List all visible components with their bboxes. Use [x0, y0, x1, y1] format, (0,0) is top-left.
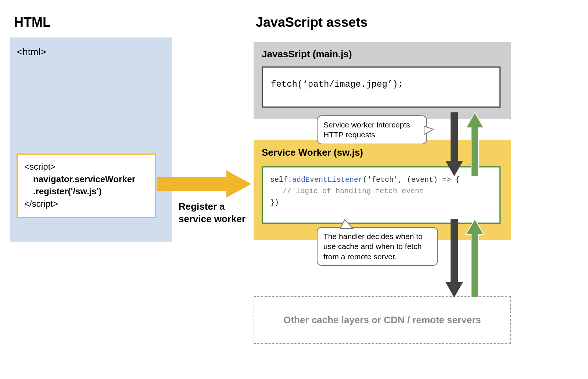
script-open: <script> [24, 162, 55, 172]
heading-html: HTML [14, 15, 51, 30]
other-layers-label: Other cache layers or CDN / remote serve… [283, 314, 481, 326]
svg-marker-6 [340, 220, 353, 228]
script-code-box: <script> navigator.serviceWorker .regist… [17, 154, 156, 218]
heading-js-assets: JavaScript assets [256, 15, 368, 30]
html-open-tag: <html> [17, 46, 46, 58]
fetch-code-box: fetch(‘path/image.jpeg’); [262, 66, 501, 108]
sw-code-close: }) [270, 198, 279, 207]
arrow-up-sw-to-js-icon [466, 112, 484, 176]
fetch-code-line: fetch(‘path/image.jpeg’); [271, 79, 403, 89]
bubble-intercept-text: Service worker intercepts HTTP requests [323, 120, 410, 139]
sw-code-box: self.addEventListener('fetch', (event) =… [262, 166, 501, 224]
script-line1: navigator.serviceWorker [24, 173, 148, 185]
js-mainjs-title: JavasSript (main.js) [262, 48, 503, 60]
other-layers-box: Other cache layers or CDN / remote serve… [254, 296, 511, 344]
script-line2: .register('/sw.js') [24, 185, 148, 198]
svg-marker-1 [445, 112, 463, 176]
svg-marker-0 [157, 170, 251, 198]
sw-code-post: ('fetch', (event) => { [363, 176, 460, 184]
svg-marker-3 [445, 219, 463, 297]
svg-marker-4 [466, 219, 484, 297]
diagram-root: HTML JavaScript assets <html> <script> n… [0, 0, 588, 379]
bubble-tail-icon [424, 125, 434, 136]
bubble-tail-up-icon [338, 220, 354, 228]
svg-marker-5 [424, 126, 434, 134]
sw-code-method: addEventListener [292, 176, 363, 184]
js-mainjs-panel: JavasSript (main.js) fetch(‘path/image.j… [254, 42, 511, 119]
arrow-down-js-to-sw-icon [445, 112, 463, 176]
arrow-up-other-to-sw-icon [466, 219, 484, 297]
bubble-intercept: Service worker intercepts HTTP requests [317, 115, 427, 144]
script-close: </script> [24, 199, 58, 209]
bubble-handler: The handler decides when to use cache an… [317, 227, 438, 266]
svg-marker-2 [466, 112, 484, 176]
sw-code-pre: self. [270, 176, 292, 184]
arrow-down-sw-to-other-icon [445, 219, 463, 297]
register-arrow-label: Register a service worker [179, 201, 245, 225]
bubble-handler-text: The handler decides when to use cache an… [323, 232, 423, 261]
sw-code-comment: // logic of handling fetch event [270, 185, 424, 197]
register-arrow-icon [157, 170, 251, 198]
